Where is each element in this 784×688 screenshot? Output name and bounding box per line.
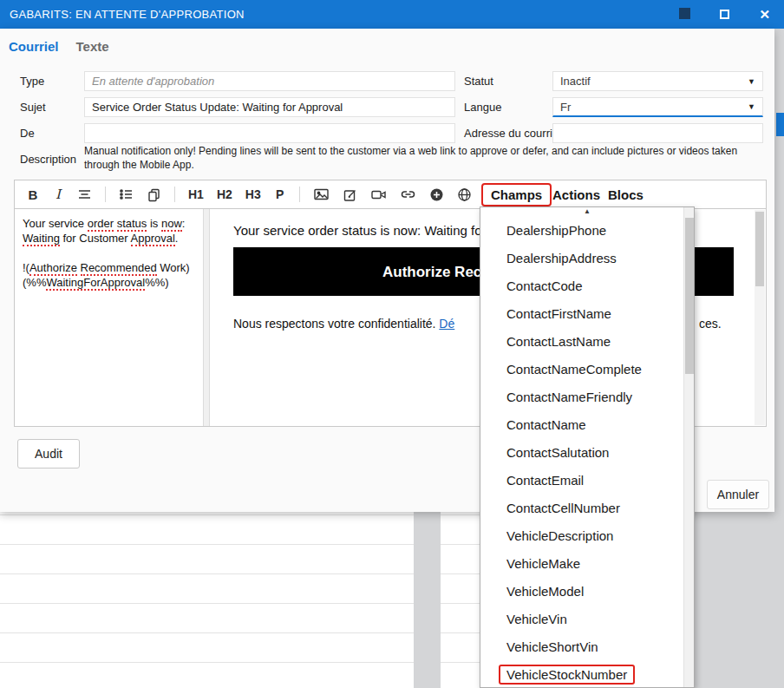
dropdown-item-label: ContactLastName xyxy=(506,334,611,349)
dropdown-item[interactable]: ContactName xyxy=(480,410,694,438)
edit-icon xyxy=(343,187,357,202)
champs-dropdown-list: DealershipPhoneDealershipAddressContactC… xyxy=(480,216,694,688)
italic-button[interactable]: I xyxy=(52,185,64,204)
preview-footer-text: Nous respectons votre confidentialité. xyxy=(233,317,439,331)
description-text: Manual notification only! Pending lines … xyxy=(84,144,762,172)
dropdown-item-label: DealershipAddress xyxy=(506,251,617,265)
dropdown-item[interactable]: ContactLastName xyxy=(480,327,694,355)
dropdown-item[interactable]: VehicleVin xyxy=(480,605,694,632)
dropdown-item[interactable]: DealershipPhone xyxy=(480,216,694,244)
dropdown-item[interactable]: DealershipAddress xyxy=(480,244,694,272)
chevron-down-icon: ▼ xyxy=(748,77,755,86)
minimize-icon xyxy=(679,8,690,19)
close-button[interactable]: ✕ xyxy=(759,7,770,23)
insert-video-button[interactable] xyxy=(370,185,387,204)
background-table-left xyxy=(0,512,414,688)
dropdown-item-label: VehicleModel xyxy=(506,584,584,599)
actions-menu-button[interactable]: Actions xyxy=(552,187,600,202)
de-input[interactable] xyxy=(84,123,455,143)
editor-source-text[interactable]: Your service order status is now:Waiting… xyxy=(15,209,203,426)
toolbar-separator xyxy=(299,187,300,202)
editor-source-line: Your service order status is now: xyxy=(23,216,203,231)
dropdown-item-label: ContactFirstName xyxy=(506,306,611,321)
champs-menu-button[interactable]: Champs xyxy=(481,183,552,206)
window-titlebar: GABARITS: EN ATTENTE D'APPROBATION ✕ xyxy=(0,0,784,29)
editor-splitter[interactable] xyxy=(203,209,210,426)
type-input[interactable] xyxy=(84,71,455,91)
dropdown-item-label: ContactCode xyxy=(506,278,583,293)
bold-button[interactable]: B xyxy=(27,185,39,204)
paragraph-button[interactable]: P xyxy=(274,185,286,204)
language-button[interactable] xyxy=(457,185,472,204)
heading2-button[interactable]: H2 xyxy=(217,185,232,204)
editor-toolbar: B I H1 H2 H3 P xyxy=(14,180,767,208)
dropdown-item[interactable]: VehicleModel xyxy=(480,577,694,605)
tab-texte[interactable]: Texte xyxy=(76,39,109,54)
dropdown-item-label: ContactName xyxy=(506,417,586,432)
heading1-button[interactable]: H1 xyxy=(188,185,204,204)
dropdown-item[interactable]: VehicleShortVin xyxy=(480,632,694,660)
bullet-list-button[interactable] xyxy=(119,185,134,204)
add-button[interactable] xyxy=(429,185,444,204)
langue-select[interactable]: Fr ▼ xyxy=(552,97,763,117)
dropdown-item[interactable]: ContactCode xyxy=(480,272,694,299)
chevron-down-icon: ▼ xyxy=(748,102,755,111)
sujet-input[interactable] xyxy=(84,97,455,117)
audit-button[interactable]: Audit xyxy=(17,439,80,468)
preview-scrollbar[interactable] xyxy=(755,210,765,425)
insert-link-button[interactable] xyxy=(400,185,416,204)
de-label: De xyxy=(20,127,35,140)
dropdown-scrollbar-thumb[interactable] xyxy=(685,218,694,374)
image-icon xyxy=(313,187,330,201)
heading3-button[interactable]: H3 xyxy=(245,185,261,204)
dropdown-item[interactable]: ContactNameComplete xyxy=(480,355,694,383)
editor-source-line: !(Authorize Recommended Work) xyxy=(23,260,203,275)
editor-source-line xyxy=(23,246,203,260)
dropdown-item[interactable]: VehicleMake xyxy=(480,549,694,577)
preview-unsubscribe-link[interactable]: Dé xyxy=(439,317,454,331)
adresse-courriel-input[interactable] xyxy=(552,123,763,143)
align-center-button[interactable] xyxy=(77,185,92,204)
dropdown-item-label: ContactEmail xyxy=(506,473,584,488)
champs-dropdown: ▲ DealershipPhoneDealershipAddressContac… xyxy=(480,206,695,688)
dropdown-item[interactable]: VehicleDescription xyxy=(480,521,694,549)
pages-icon xyxy=(147,187,161,202)
dropdown-scrollbar[interactable] xyxy=(683,207,694,688)
tab-courriel[interactable]: Courriel xyxy=(9,39,59,54)
preview-status-text: Your service order status is now: Waitin… xyxy=(233,223,487,238)
dropdown-item[interactable]: VehicleStockNumber xyxy=(480,660,694,688)
dropdown-item[interactable]: ContactEmail xyxy=(480,466,694,494)
edit-button[interactable] xyxy=(343,185,357,204)
dropdown-item-label: ContactNameFriendly xyxy=(506,390,632,404)
dropdown-item-label: VehicleShortVin xyxy=(506,639,598,654)
dropdown-item[interactable]: ContactFirstName xyxy=(480,299,694,327)
align-center-icon xyxy=(77,187,92,201)
window-title: GABARITS: EN ATTENTE D'APPROBATION xyxy=(10,8,245,21)
preview-scrollbar-thumb[interactable] xyxy=(755,212,764,286)
statut-value: Inactif xyxy=(560,75,591,88)
dropdown-scroll-up-icon[interactable]: ▲ xyxy=(480,207,694,216)
preview-footer-right: ces. xyxy=(699,317,722,331)
dropdown-item-label: VehicleStockNumber xyxy=(499,665,635,685)
dropdown-item-label: ContactNameComplete xyxy=(506,362,642,377)
maximize-button[interactable] xyxy=(720,7,729,23)
dropdown-item-label: ContactCellNumber xyxy=(506,501,620,515)
langue-label: Langue xyxy=(464,101,501,114)
minimize-button[interactable] xyxy=(679,7,690,23)
dropdown-item[interactable]: ContactSalutation xyxy=(480,438,694,466)
dropdown-item[interactable]: ContactNameFriendly xyxy=(480,383,694,410)
editor-source-line: (%%WaitingForApproval%%) xyxy=(23,275,203,290)
statut-select[interactable]: Inactif ▼ xyxy=(552,71,763,91)
dropdown-item[interactable]: ContactCellNumber xyxy=(480,494,694,521)
editor-source-line: Waiting for Customer Approval. xyxy=(23,231,203,246)
description-label: Description xyxy=(20,153,76,166)
blocs-menu-button[interactable]: Blocs xyxy=(608,187,644,202)
toolbar-separator xyxy=(105,187,106,202)
bullet-list-icon xyxy=(119,187,134,201)
insert-image-button[interactable] xyxy=(313,185,330,204)
close-icon: ✕ xyxy=(759,7,770,22)
dropdown-item-label: DealershipPhone xyxy=(506,223,606,238)
toolbar-separator xyxy=(174,187,175,202)
duplicate-button[interactable] xyxy=(147,185,161,204)
annuler-button[interactable]: Annuler xyxy=(707,480,769,509)
